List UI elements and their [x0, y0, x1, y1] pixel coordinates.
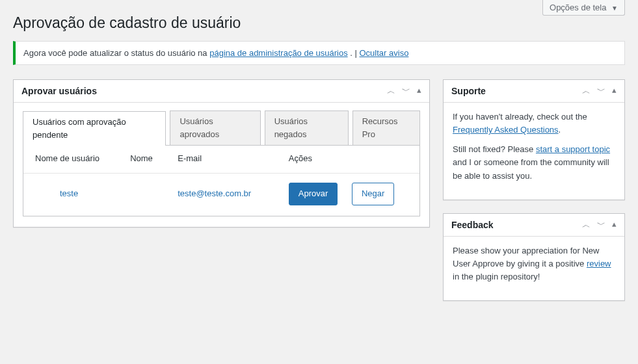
- notice-separator: . |: [350, 48, 359, 58]
- feedback-box: Feedback ︿ ﹀ ▴ Please show your apprecia…: [443, 213, 625, 301]
- support-p2-b: and I or someone from the community will…: [453, 157, 609, 180]
- approve-users-title: Aprovar usuários: [21, 86, 387, 96]
- col-actions: Ações: [277, 146, 419, 174]
- support-p2-a: Still not fixed? Please: [453, 144, 536, 154]
- support-title: Suporte: [451, 86, 582, 96]
- user-admin-page-link[interactable]: página de administração de usuários: [209, 48, 347, 58]
- support-box: Suporte ︿ ﹀ ▴ If you haven't already, ch…: [443, 79, 625, 200]
- hide-notice-link[interactable]: Ocultar aviso: [360, 48, 409, 58]
- order-up-icon[interactable]: ︿: [582, 219, 591, 231]
- support-topic-link[interactable]: start a support topic: [536, 144, 610, 154]
- table-row: teste teste@teste.com.br Aprovar Negar: [23, 174, 419, 216]
- notice-text: Agora você pode atualizar o status do us…: [23, 48, 209, 58]
- page-title: Aprovação de cadastro de usuário: [13, 14, 625, 32]
- screen-options-label: Opções de tela: [550, 3, 606, 12]
- username-link[interactable]: teste: [60, 188, 78, 198]
- order-up-icon[interactable]: ︿: [582, 85, 591, 97]
- toggle-panel-icon[interactable]: ▴: [417, 85, 421, 97]
- caret-down-icon: ▼: [611, 5, 618, 12]
- support-p1-b: .: [559, 125, 561, 135]
- pending-users-table: Nome de usuário Nome E-mail Ações teste: [23, 146, 419, 215]
- tab-pending[interactable]: Usuários com aprovação pendente: [23, 111, 166, 146]
- approve-button[interactable]: Aprovar: [289, 183, 338, 205]
- order-up-icon[interactable]: ︿: [387, 85, 395, 97]
- tab-pro[interactable]: Recursos Pro: [352, 110, 420, 145]
- col-username: Nome de usuário: [23, 146, 118, 174]
- toggle-panel-icon[interactable]: ▴: [612, 219, 617, 231]
- tab-approved[interactable]: Usuários aprovados: [170, 110, 260, 145]
- toggle-panel-icon[interactable]: ▴: [612, 85, 617, 97]
- tab-denied[interactable]: Usuários negados: [265, 110, 349, 145]
- support-p1-a: If you haven't already, check out the: [453, 112, 587, 122]
- feedback-title: Feedback: [451, 220, 582, 230]
- feedback-p1-b: in the plugin repository!: [453, 272, 540, 281]
- faq-link[interactable]: Frequently Asked Questions: [453, 125, 559, 135]
- admin-notice: Agora você pode atualizar o status do us…: [13, 41, 625, 65]
- col-name: Nome: [118, 146, 166, 174]
- col-email: E-mail: [166, 146, 277, 174]
- approve-users-box: Aprovar usuários ︿ ﹀ ▴ Usuários com apro…: [13, 79, 430, 228]
- screen-options-toggle[interactable]: Opções de tela ▼: [542, 0, 625, 16]
- deny-button[interactable]: Negar: [352, 183, 394, 205]
- feedback-p1-a: Please show your appreciation for New Us…: [453, 246, 599, 268]
- user-email-link[interactable]: teste@teste.com.br: [178, 188, 251, 198]
- user-name-cell: [118, 174, 166, 216]
- review-link[interactable]: review: [587, 259, 611, 268]
- order-down-icon[interactable]: ﹀: [597, 85, 605, 97]
- order-down-icon[interactable]: ﹀: [597, 219, 605, 231]
- approval-tabs: Usuários com aprovação pendente Usuários…: [23, 110, 420, 145]
- order-down-icon[interactable]: ﹀: [402, 85, 410, 97]
